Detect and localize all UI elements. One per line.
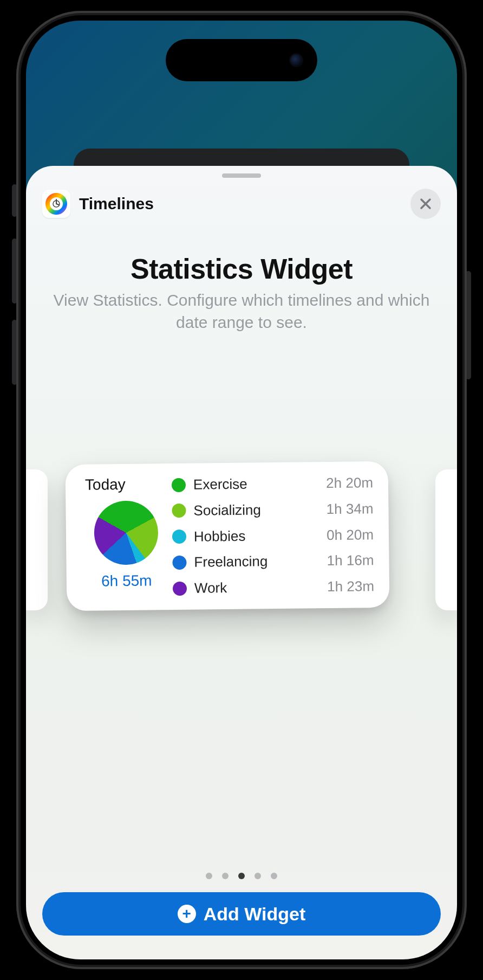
phone-screen: Timelines Statistics Widget View Statist… [26, 21, 457, 959]
legend-value: 1h 23m [327, 578, 374, 595]
app-icon [42, 190, 70, 218]
legend-row: Exercise2h 20m [172, 474, 373, 493]
page-indicator[interactable] [26, 873, 457, 879]
legend-name: Freelancing [194, 553, 267, 570]
next-widget-peek[interactable] [435, 469, 457, 610]
page-subtitle: View Statistics. Configure which timelin… [42, 289, 441, 333]
legend-row: Freelancing1h 16m [172, 552, 374, 571]
legend-color-dot [173, 581, 187, 595]
legend-color-dot [172, 556, 186, 570]
plus-circle-icon: + [178, 905, 196, 923]
phone-frame: Timelines Statistics Widget View Statist… [16, 11, 467, 969]
legend-row: Socializing1h 34m [172, 500, 373, 519]
legend-value: 1h 16m [327, 552, 374, 569]
legend-value: 1h 34m [327, 500, 374, 518]
statistics-widget-preview[interactable]: Today 6h 55m Exercise2h 20mSocializing1h… [66, 461, 390, 611]
legend-name: Work [194, 579, 227, 597]
sheet-grabber[interactable] [222, 173, 261, 178]
page-title: Statistics Widget [26, 253, 457, 285]
widget-summary-column: Today 6h 55m [80, 475, 173, 599]
timelines-app-glyph-icon [45, 193, 67, 215]
legend-value: 0h 20m [327, 526, 374, 544]
app-name-label: Timelines [79, 195, 154, 213]
add-widget-button[interactable]: + Add Widget [42, 892, 441, 936]
previous-widget-peek[interactable] [26, 469, 48, 610]
widget-preview-carousel[interactable]: Today 6h 55m Exercise2h 20mSocializing1h… [26, 457, 457, 642]
legend-color-dot [172, 504, 186, 518]
page-dot[interactable] [254, 873, 261, 879]
widget-legend-list: Exercise2h 20mSocializing1h 34mHobbies0h… [172, 473, 374, 598]
add-widget-label: Add Widget [204, 904, 306, 925]
page-dot[interactable] [271, 873, 277, 879]
sheet-header: Timelines [42, 188, 441, 220]
legend-value: 2h 20m [326, 474, 373, 492]
pie-chart-icon [94, 500, 158, 565]
legend-name: Socializing [193, 501, 261, 519]
widget-gallery-sheet: Timelines Statistics Widget View Statist… [26, 166, 457, 959]
widget-total-label: 6h 55m [101, 572, 152, 590]
close-button[interactable] [410, 189, 441, 219]
close-icon [419, 197, 432, 210]
legend-color-dot [172, 530, 186, 544]
legend-name: Hobbies [194, 527, 246, 545]
page-dot[interactable] [238, 873, 245, 879]
legend-row: Work1h 23m [173, 578, 374, 597]
page-dot[interactable] [206, 873, 212, 879]
dynamic-island [166, 39, 317, 81]
widget-period-label: Today [85, 476, 126, 494]
legend-color-dot [172, 478, 186, 492]
legend-row: Hobbies0h 20m [172, 526, 374, 545]
legend-name: Exercise [193, 476, 247, 493]
page-dot[interactable] [222, 873, 229, 879]
